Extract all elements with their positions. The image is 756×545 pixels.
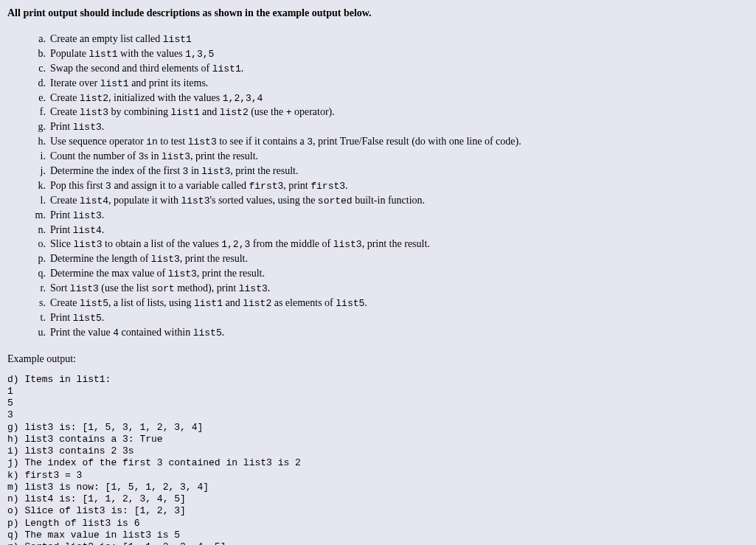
instruction-marker: j. xyxy=(31,164,46,178)
instruction-item: u.Print the value 4 contained within lis… xyxy=(31,326,749,340)
instruction-list: a.Create an empty list called list1b.Pop… xyxy=(31,32,749,340)
instruction-item: k.Pop this first 3 and assign it to a va… xyxy=(31,179,749,193)
text-span: and print its items. xyxy=(129,77,209,88)
text-span: . xyxy=(222,327,225,338)
code-span: list3 xyxy=(168,268,197,280)
code-span: list4 xyxy=(73,225,102,236)
text-span: and assign it to a variable called xyxy=(111,180,249,191)
output-line: n) list4 is: [1, 1, 2, 3, 4, 5] xyxy=(7,493,749,505)
text-span: as elements of xyxy=(271,297,336,308)
code-span: 4 xyxy=(113,327,119,339)
instruction-text: Determine the index of the first 3 in li… xyxy=(50,164,749,178)
instruction-text: Create list3 by combining list1 and list… xyxy=(50,105,749,119)
code-span: list2 xyxy=(243,298,271,309)
output-line: g) list3 is: [1, 5, 3, 1, 2, 3, 4] xyxy=(7,422,749,434)
text-span: , print the result. xyxy=(190,150,258,162)
text-span: , populate it with xyxy=(108,195,181,206)
output-line: 5 xyxy=(7,398,749,409)
text-span: Determine the index of the first xyxy=(50,165,183,176)
output-line: p) Length of list3 is 6 xyxy=(7,518,749,530)
output-line: 3 xyxy=(7,409,749,421)
code-span: list3 xyxy=(151,254,180,265)
code-span: list5 xyxy=(193,327,222,339)
text-span: Iterate over xyxy=(50,77,100,88)
code-span: list3 xyxy=(239,283,268,294)
instruction-text: Count the number of 3s in list3, print t… xyxy=(50,150,749,164)
instruction-item: o.Slice list3 to obtain a list of the va… xyxy=(31,237,749,251)
instruction-text: Pop this first 3 and assign it to a vari… xyxy=(50,179,749,193)
instruction-item: e.Create list2, initialized with the val… xyxy=(31,91,749,105)
output-line: d) Items in list1: xyxy=(7,374,749,386)
text-span: , print the result. xyxy=(180,253,248,264)
instruction-marker: n. xyxy=(31,223,46,237)
output-line: r) Sorted list3 is: [1, 1, 2, 3, 4, 5] xyxy=(7,541,749,545)
code-span: sorted xyxy=(318,195,353,206)
output-line: k) first3 = 3 xyxy=(7,470,749,482)
text-span: s in xyxy=(145,150,162,162)
text-span: , a list of lists, using xyxy=(108,297,194,308)
instruction-text: Determine the length of list3, print the… xyxy=(50,252,749,266)
code-span: first3 xyxy=(249,181,284,192)
text-span: and xyxy=(223,297,243,308)
instruction-item: p.Determine the length of list3, print t… xyxy=(31,252,749,266)
output-line: o) Slice of list3 is: [1, 2, 3] xyxy=(7,505,749,517)
instruction-item: s.Create list5, a list of lists, using l… xyxy=(31,296,749,310)
code-span: list3 xyxy=(188,136,217,147)
code-span: sort xyxy=(151,283,174,294)
text-span: 's sorted values, using the xyxy=(209,195,317,206)
instruction-marker: i. xyxy=(31,150,46,164)
instruction-item: n.Print list4. xyxy=(31,223,749,237)
code-span: list3 xyxy=(80,107,108,118)
instruction-marker: e. xyxy=(31,91,46,105)
text-span: . xyxy=(102,312,105,323)
code-span: list3 xyxy=(73,122,102,133)
code-span: 3 xyxy=(139,151,145,162)
instruction-marker: q. xyxy=(31,267,46,281)
text-span: Determine the max value of xyxy=(50,268,168,279)
instruction-text: Print list5. xyxy=(50,311,749,325)
code-span: 1,3,5 xyxy=(185,49,214,60)
text-span: (use the xyxy=(249,106,286,117)
code-span: list5 xyxy=(80,298,108,309)
code-span: in xyxy=(146,136,158,147)
instruction-text: Iterate over list1 and print its items. xyxy=(50,77,749,91)
instruction-marker: k. xyxy=(31,179,46,193)
code-span: list2 xyxy=(220,107,249,118)
text-span: Swap the second and third elements of xyxy=(50,63,212,74)
instruction-marker: l. xyxy=(31,194,46,208)
text-span: Determine the length of xyxy=(50,253,151,264)
instruction-marker: r. xyxy=(31,282,46,296)
text-span: Create xyxy=(50,195,80,206)
code-span: list1 xyxy=(170,107,199,118)
text-span: Print xyxy=(50,224,73,235)
text-span: operator). xyxy=(291,106,334,117)
text-span: , print the result. xyxy=(362,238,430,249)
text-span: , print True/False result (do with one l… xyxy=(313,136,521,147)
text-span: Create xyxy=(50,92,80,103)
text-span: Sort xyxy=(50,282,70,294)
code-span: list5 xyxy=(336,298,364,309)
instruction-text: Print list3. xyxy=(50,209,749,223)
instruction-text: Create list4, populate it with list3's s… xyxy=(50,194,749,208)
instruction-item: i.Count the number of 3s in list3, print… xyxy=(31,150,749,164)
example-output-block: d) Items in list1:153g) list3 is: [1, 5,… xyxy=(7,374,749,545)
output-line: j) The index of the first 3 contained in… xyxy=(7,457,749,469)
text-span: (use the list xyxy=(99,282,152,294)
instruction-item: q.Determine the max value of list3, prin… xyxy=(31,267,749,281)
text-span: to see if it contains a xyxy=(217,136,307,147)
code-span: list1 xyxy=(89,49,118,60)
output-line: i) list3 contains 2 3s xyxy=(7,445,749,457)
text-span: from the middle of xyxy=(250,238,333,249)
text-span: to test xyxy=(158,136,188,147)
text-span: Print xyxy=(50,209,73,221)
instruction-item: t.Print list5. xyxy=(31,311,749,325)
instruction-marker: h. xyxy=(31,135,46,149)
instruction-marker: u. xyxy=(31,326,46,340)
code-span: list1 xyxy=(194,298,223,309)
text-span: Print xyxy=(50,121,73,132)
code-span: list5 xyxy=(73,313,102,324)
instruction-marker: g. xyxy=(31,120,46,134)
text-span: with the values xyxy=(118,48,186,59)
output-line: 1 xyxy=(7,386,749,398)
code-span: list3 xyxy=(74,239,103,250)
